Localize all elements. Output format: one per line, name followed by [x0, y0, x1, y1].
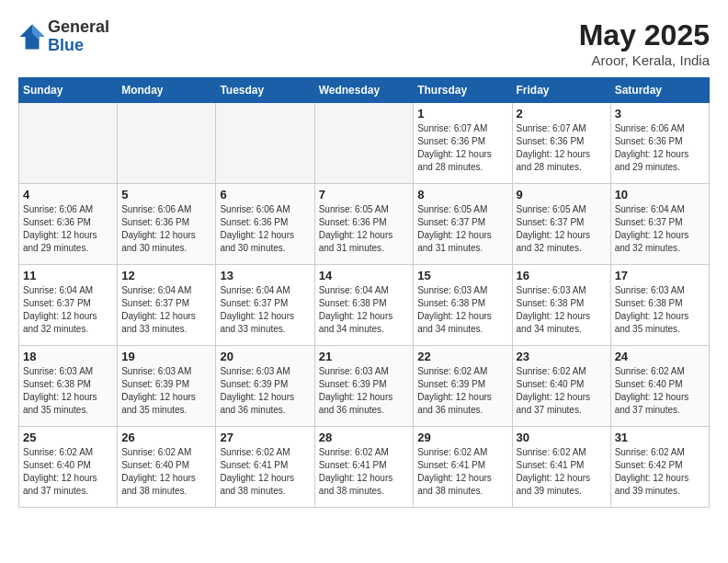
calendar-cell: 28Sunrise: 6:02 AM Sunset: 6:41 PM Dayli… [314, 427, 414, 508]
calendar-cell: 11Sunrise: 6:04 AM Sunset: 6:37 PM Dayli… [19, 265, 118, 346]
logo-icon [18, 23, 46, 51]
day-info: Sunrise: 6:06 AM Sunset: 6:36 PM Dayligh… [615, 122, 705, 174]
calendar-cell: 22Sunrise: 6:02 AM Sunset: 6:39 PM Dayli… [414, 346, 512, 427]
day-info: Sunrise: 6:03 AM Sunset: 6:38 PM Dayligh… [517, 284, 607, 336]
calendar-cell: 1Sunrise: 6:07 AM Sunset: 6:36 PM Daylig… [414, 103, 512, 184]
day-number: 28 [319, 431, 410, 444]
day-number: 12 [121, 269, 211, 282]
day-info: Sunrise: 6:06 AM Sunset: 6:36 PM Dayligh… [121, 203, 211, 255]
calendar-cell: 2Sunrise: 6:07 AM Sunset: 6:36 PM Daylig… [512, 103, 610, 184]
day-info: Sunrise: 6:02 AM Sunset: 6:40 PM Dayligh… [517, 365, 607, 417]
day-number: 18 [23, 350, 113, 363]
calendar-week-5: 25Sunrise: 6:02 AM Sunset: 6:40 PM Dayli… [19, 427, 710, 508]
calendar-cell: 8Sunrise: 6:05 AM Sunset: 6:37 PM Daylig… [414, 184, 512, 265]
calendar-week-3: 11Sunrise: 6:04 AM Sunset: 6:37 PM Dayli… [19, 265, 710, 346]
calendar-cell: 25Sunrise: 6:02 AM Sunset: 6:40 PM Dayli… [19, 427, 118, 508]
calendar-cell: 10Sunrise: 6:04 AM Sunset: 6:37 PM Dayli… [610, 184, 709, 265]
day-info: Sunrise: 6:05 AM Sunset: 6:37 PM Dayligh… [417, 203, 507, 255]
day-number: 13 [220, 269, 310, 282]
calendar-cell: 6Sunrise: 6:06 AM Sunset: 6:36 PM Daylig… [216, 184, 314, 265]
day-info: Sunrise: 6:03 AM Sunset: 6:39 PM Dayligh… [220, 365, 310, 417]
day-number: 16 [517, 269, 607, 282]
day-info: Sunrise: 6:02 AM Sunset: 6:40 PM Dayligh… [23, 446, 113, 498]
day-info: Sunrise: 6:02 AM Sunset: 6:41 PM Dayligh… [517, 446, 607, 498]
day-number: 31 [615, 431, 705, 444]
day-info: Sunrise: 6:03 AM Sunset: 6:38 PM Dayligh… [615, 284, 705, 336]
calendar-cell: 16Sunrise: 6:03 AM Sunset: 6:38 PM Dayli… [512, 265, 610, 346]
weekday-header-friday: Friday [512, 78, 610, 103]
calendar-cell [19, 103, 118, 184]
day-number: 20 [220, 350, 310, 363]
day-info: Sunrise: 6:02 AM Sunset: 6:41 PM Dayligh… [417, 446, 507, 498]
day-number: 10 [615, 188, 705, 201]
logo-text: General Blue [48, 18, 109, 55]
day-number: 15 [417, 269, 507, 282]
logo-blue: Blue [48, 37, 109, 55]
day-info: Sunrise: 6:06 AM Sunset: 6:36 PM Dayligh… [23, 203, 113, 255]
day-info: Sunrise: 6:02 AM Sunset: 6:42 PM Dayligh… [615, 446, 705, 498]
day-number: 24 [615, 350, 705, 363]
logo-general: General [48, 18, 109, 37]
day-info: Sunrise: 6:04 AM Sunset: 6:37 PM Dayligh… [121, 284, 211, 336]
calendar-table: SundayMondayTuesdayWednesdayThursdayFrid… [18, 77, 710, 508]
calendar-cell [118, 103, 216, 184]
calendar-cell [216, 103, 314, 184]
day-info: Sunrise: 6:02 AM Sunset: 6:41 PM Dayligh… [220, 446, 310, 498]
day-info: Sunrise: 6:04 AM Sunset: 6:37 PM Dayligh… [220, 284, 310, 336]
day-number: 19 [121, 350, 211, 363]
calendar-week-1: 1Sunrise: 6:07 AM Sunset: 6:36 PM Daylig… [19, 103, 710, 184]
day-info: Sunrise: 6:03 AM Sunset: 6:38 PM Dayligh… [23, 365, 113, 417]
day-number: 11 [23, 269, 113, 282]
day-info: Sunrise: 6:06 AM Sunset: 6:36 PM Dayligh… [220, 203, 310, 255]
calendar-cell: 30Sunrise: 6:02 AM Sunset: 6:41 PM Dayli… [512, 427, 610, 508]
day-number: 27 [220, 431, 310, 444]
month-title: May 2025 [579, 18, 710, 52]
day-info: Sunrise: 6:07 AM Sunset: 6:36 PM Dayligh… [517, 122, 607, 174]
calendar-week-2: 4Sunrise: 6:06 AM Sunset: 6:36 PM Daylig… [19, 184, 710, 265]
calendar-cell: 21Sunrise: 6:03 AM Sunset: 6:39 PM Dayli… [314, 346, 414, 427]
calendar-cell: 17Sunrise: 6:03 AM Sunset: 6:38 PM Dayli… [610, 265, 709, 346]
calendar-cell: 9Sunrise: 6:05 AM Sunset: 6:37 PM Daylig… [512, 184, 610, 265]
calendar-cell: 29Sunrise: 6:02 AM Sunset: 6:41 PM Dayli… [414, 427, 512, 508]
weekday-header-wednesday: Wednesday [314, 78, 414, 103]
weekday-header-row: SundayMondayTuesdayWednesdayThursdayFrid… [19, 78, 710, 103]
logo: General Blue [18, 18, 109, 55]
day-number: 5 [121, 188, 211, 201]
day-number: 26 [121, 431, 211, 444]
calendar-cell: 31Sunrise: 6:02 AM Sunset: 6:42 PM Dayli… [610, 427, 709, 508]
calendar-week-4: 18Sunrise: 6:03 AM Sunset: 6:38 PM Dayli… [19, 346, 710, 427]
calendar-cell: 4Sunrise: 6:06 AM Sunset: 6:36 PM Daylig… [19, 184, 118, 265]
calendar-cell: 23Sunrise: 6:02 AM Sunset: 6:40 PM Dayli… [512, 346, 610, 427]
calendar-cell: 19Sunrise: 6:03 AM Sunset: 6:39 PM Dayli… [118, 346, 216, 427]
day-number: 14 [319, 269, 410, 282]
day-number: 25 [23, 431, 113, 444]
calendar-cell: 24Sunrise: 6:02 AM Sunset: 6:40 PM Dayli… [610, 346, 709, 427]
calendar-cell: 18Sunrise: 6:03 AM Sunset: 6:38 PM Dayli… [19, 346, 118, 427]
day-info: Sunrise: 6:02 AM Sunset: 6:40 PM Dayligh… [121, 446, 211, 498]
weekday-header-tuesday: Tuesday [216, 78, 314, 103]
day-number: 1 [417, 107, 507, 121]
day-number: 4 [23, 188, 113, 201]
calendar-cell: 12Sunrise: 6:04 AM Sunset: 6:37 PM Dayli… [118, 265, 216, 346]
calendar-cell: 7Sunrise: 6:05 AM Sunset: 6:36 PM Daylig… [314, 184, 414, 265]
calendar-cell: 5Sunrise: 6:06 AM Sunset: 6:36 PM Daylig… [118, 184, 216, 265]
day-number: 3 [615, 107, 705, 121]
day-number: 2 [517, 107, 607, 121]
day-number: 30 [517, 431, 607, 444]
location: Aroor, Kerala, India [579, 52, 710, 68]
day-info: Sunrise: 6:02 AM Sunset: 6:40 PM Dayligh… [615, 365, 705, 417]
day-info: Sunrise: 6:03 AM Sunset: 6:39 PM Dayligh… [319, 365, 410, 417]
day-info: Sunrise: 6:03 AM Sunset: 6:39 PM Dayligh… [121, 365, 211, 417]
weekday-header-monday: Monday [118, 78, 216, 103]
calendar-cell: 27Sunrise: 6:02 AM Sunset: 6:41 PM Dayli… [216, 427, 314, 508]
day-info: Sunrise: 6:04 AM Sunset: 6:38 PM Dayligh… [319, 284, 410, 336]
day-info: Sunrise: 6:05 AM Sunset: 6:36 PM Dayligh… [319, 203, 410, 255]
calendar-cell [314, 103, 414, 184]
calendar-cell: 3Sunrise: 6:06 AM Sunset: 6:36 PM Daylig… [610, 103, 709, 184]
day-info: Sunrise: 6:05 AM Sunset: 6:37 PM Dayligh… [517, 203, 607, 255]
calendar-cell: 14Sunrise: 6:04 AM Sunset: 6:38 PM Dayli… [314, 265, 414, 346]
calendar-cell: 15Sunrise: 6:03 AM Sunset: 6:38 PM Dayli… [414, 265, 512, 346]
title-block: May 2025 Aroor, Kerala, India [579, 18, 710, 68]
day-info: Sunrise: 6:04 AM Sunset: 6:37 PM Dayligh… [23, 284, 113, 336]
day-info: Sunrise: 6:04 AM Sunset: 6:37 PM Dayligh… [615, 203, 705, 255]
